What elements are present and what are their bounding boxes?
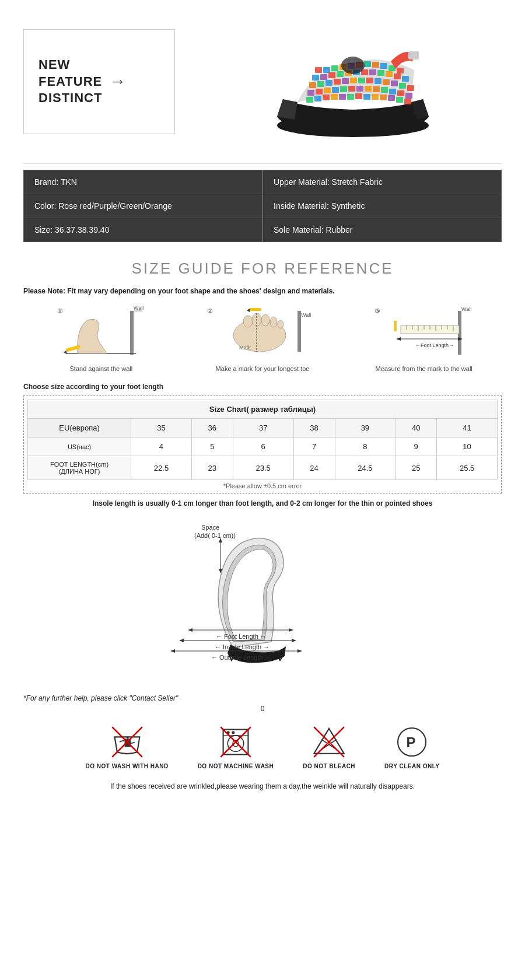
- svg-rect-39: [324, 88, 331, 93]
- size-chart: Size Chart( размер таблицы) EU(европа)35…: [27, 400, 498, 480]
- step-2-label: Make a mark for your longest toe: [216, 365, 310, 372]
- chart-cell: 23.5: [233, 456, 293, 480]
- chart-size-39: 39: [335, 419, 396, 438]
- chart-cell: 6: [233, 438, 293, 456]
- divider-1: [23, 163, 502, 164]
- svg-text:Wall: Wall: [301, 312, 311, 318]
- svg-rect-55: [347, 94, 354, 100]
- svg-text:← Outsole Length →: ← Outsole Length →: [211, 654, 271, 661]
- step-1-diagram: ① Wall: [23, 303, 179, 362]
- chart-cell: 9: [396, 438, 437, 456]
- chart-cell: 25: [396, 456, 437, 480]
- step-3: ③ Wall: [346, 303, 502, 372]
- svg-rect-1: [315, 67, 322, 73]
- svg-rect-53: [331, 94, 338, 100]
- foot-diagram-svg: Space (Add( 0-1 cm)) ← Foot Length →: [117, 513, 408, 677]
- feature-text: NEW FEATURE DISTINCT: [38, 57, 102, 107]
- info-cell-left: Brand: TKN: [24, 170, 263, 194]
- step-1-label: Stand against the wall: [70, 365, 133, 372]
- svg-rect-28: [342, 78, 349, 84]
- svg-rect-50: [306, 97, 313, 103]
- svg-rect-32: [374, 78, 382, 84]
- zero-note: 0: [0, 705, 525, 713]
- svg-rect-26: [326, 80, 332, 86]
- insole-note: Insole length is usually 0-1 cm longer t…: [23, 499, 502, 508]
- svg-rect-58: [372, 94, 379, 100]
- no-bleach-label: DO NOT BLEACH: [303, 763, 355, 769]
- arrow-icon: →: [109, 72, 125, 91]
- size-guide-title: SIZE GUIDE FOR REFERENCE: [23, 260, 502, 278]
- top-section: NEW FEATURE DISTINCT →: [0, 0, 525, 158]
- svg-point-80: [278, 320, 284, 328]
- dry-clean-icon: P: [394, 724, 429, 760]
- svg-rect-33: [383, 79, 390, 85]
- step-1: ① Wall Stand against the wall: [23, 303, 179, 372]
- chart-cell: 5: [191, 438, 233, 456]
- svg-rect-51: [314, 96, 321, 102]
- chart-cell: 4: [131, 438, 192, 456]
- svg-rect-35: [399, 83, 406, 89]
- svg-rect-54: [339, 94, 346, 100]
- svg-rect-24: [309, 82, 316, 88]
- dry-clean-label: DRY CLEAN ONLY: [384, 763, 439, 769]
- care-icon-no-hand-wash: DO NOT WASH WITH HAND: [85, 724, 168, 769]
- chart-cell: 10: [437, 438, 498, 456]
- size-chart-wrapper: Size Chart( размер таблицы) EU(европа)35…: [23, 396, 502, 494]
- no-machine-wash-label: DO NOT MACHINE WASH: [198, 763, 274, 769]
- info-table-section: Brand: TKNUpper Material: Stretch Fabric…: [0, 170, 525, 242]
- contact-note: *For any further help, please click "Con…: [23, 694, 502, 702]
- chart-row-label: FOOT LENGTH(cm) (ДЛИНА НОГ): [28, 456, 131, 480]
- svg-point-123: [228, 736, 243, 751]
- chart-title: Size Chart( размер таблицы): [28, 400, 498, 419]
- chart-size-37: 37: [233, 419, 293, 438]
- svg-rect-46: [381, 87, 388, 93]
- svg-rect-36: [407, 85, 414, 91]
- svg-point-78: [261, 314, 270, 326]
- svg-marker-118: [298, 649, 302, 653]
- svg-rect-59: [380, 94, 387, 100]
- step-3-diagram: ③ Wall: [346, 303, 502, 362]
- size-guide-section: SIZE GUIDE FOR REFERENCE Please Note: Fi…: [0, 254, 525, 688]
- svg-text:Mark: Mark: [239, 345, 251, 351]
- svg-marker-117: [170, 649, 175, 653]
- svg-rect-40: [332, 87, 339, 93]
- svg-rect-13: [320, 74, 327, 80]
- svg-rect-34: [391, 80, 398, 86]
- svg-point-127: [232, 731, 235, 734]
- svg-rect-60: [388, 95, 395, 101]
- svg-rect-83: [250, 308, 261, 311]
- care-icon-no-bleach: DO NOT BLEACH: [303, 724, 355, 769]
- info-cell-right: Sole Material: Rubber: [262, 218, 502, 242]
- svg-rect-3: [331, 65, 338, 71]
- svg-rect-31: [366, 78, 373, 83]
- info-cell-right: Upper Material: Stretch Fabric: [262, 170, 502, 194]
- svg-text:②: ②: [207, 307, 213, 314]
- svg-rect-42: [348, 86, 355, 92]
- chart-row-label: US(нас): [28, 438, 131, 456]
- svg-rect-45: [373, 86, 380, 92]
- svg-rect-15: [337, 71, 344, 77]
- chart-cell: 25.5: [437, 456, 498, 480]
- svg-marker-99: [396, 337, 401, 341]
- chart-cell: 24: [293, 456, 335, 480]
- svg-marker-113: [179, 639, 184, 642]
- care-icon-dry-clean: P DRY CLEAN ONLY: [384, 724, 439, 769]
- shoe-image-area: [198, 18, 502, 146]
- svg-rect-19: [369, 69, 376, 75]
- svg-marker-114: [292, 639, 296, 642]
- svg-text:①: ①: [57, 307, 63, 314]
- svg-marker-84: [247, 309, 250, 312]
- chart-cell: 23: [191, 456, 233, 480]
- feature-box: NEW FEATURE DISTINCT →: [23, 29, 175, 134]
- no-bleach-icon: [312, 724, 346, 760]
- svg-marker-109: [188, 628, 192, 632]
- svg-rect-62: [404, 99, 411, 104]
- svg-rect-23: [402, 76, 409, 82]
- svg-rect-27: [334, 79, 341, 85]
- svg-rect-66: [130, 311, 134, 355]
- svg-rect-56: [355, 93, 362, 99]
- svg-rect-48: [397, 90, 404, 96]
- step-2: ② Wall Mark: [185, 303, 341, 372]
- error-note: *Please allow ±0.5 cm error: [27, 482, 498, 489]
- wrinkle-note: If the shoes received are wrinkled,pleas…: [23, 782, 502, 790]
